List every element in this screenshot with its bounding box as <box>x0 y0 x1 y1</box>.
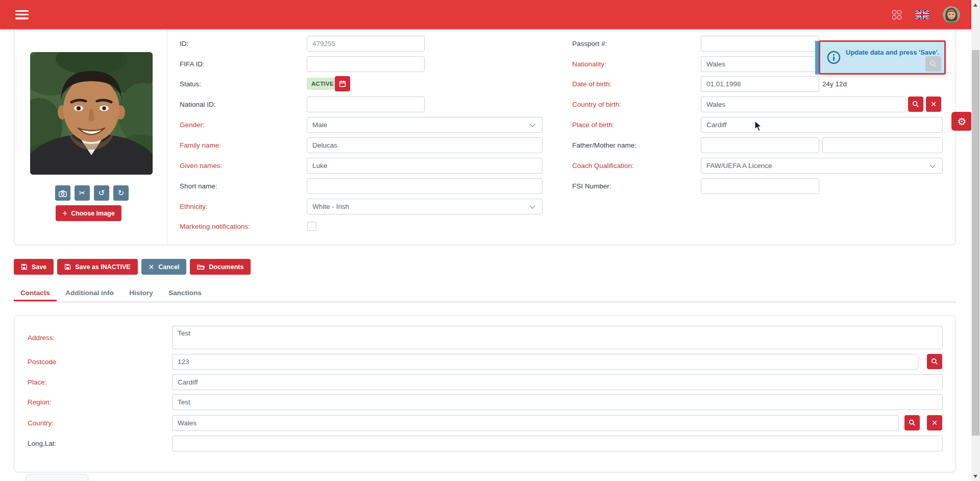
place-label: Place: <box>28 374 47 390</box>
fifa-id-field[interactable] <box>307 56 425 72</box>
national-id-field[interactable] <box>307 97 425 112</box>
date-of-birth-field[interactable] <box>701 76 819 92</box>
gender-label: Gender: <box>180 117 205 133</box>
plus-icon: + <box>62 208 67 219</box>
family-name-label: Family name: <box>180 137 221 153</box>
chevron-down-icon <box>529 203 535 208</box>
mother-name-field[interactable] <box>822 137 943 153</box>
documents-button[interactable]: Documents <box>190 259 251 275</box>
detail-tabs: Contacts Additional info History Sanctio… <box>14 286 956 303</box>
place-of-birth-label: Place of birth: <box>572 117 615 133</box>
status-badge: ACTIVE <box>307 78 338 90</box>
country-of-birth-label: Country of birth: <box>572 97 621 112</box>
chevron-down-icon <box>529 121 535 127</box>
cancel-button[interactable]: ✕ Cancel <box>141 259 187 275</box>
country-of-birth-clear-button[interactable]: ✕ <box>926 97 941 112</box>
uk-flag-icon[interactable] <box>915 10 929 19</box>
tab-history[interactable]: History <box>122 286 160 301</box>
toast-progress-stripe <box>815 41 819 75</box>
scrollbar-thumb[interactable] <box>972 50 979 436</box>
marketing-notifications-label: Marketing notifications: <box>180 219 250 234</box>
settings-gear-icon[interactable]: ⚙ <box>951 112 972 131</box>
ethnicity-label: Ethnicity: <box>180 199 208 214</box>
ethnicity-select[interactable]: White - Irish <box>307 199 543 214</box>
date-of-birth-label: Date of birth: <box>572 76 611 92</box>
given-names-label: Given names: <box>180 158 222 174</box>
country-field[interactable] <box>172 415 899 431</box>
column-divider <box>167 29 167 245</box>
national-id-label: National ID: <box>180 97 216 112</box>
camera-icon[interactable] <box>55 185 70 201</box>
save-button[interactable]: Save <box>14 259 54 275</box>
rotate-left-icon[interactable]: ↺ <box>94 185 109 201</box>
chevron-down-icon <box>929 162 935 167</box>
country-search-button[interactable] <box>904 415 920 430</box>
longlat-field[interactable] <box>172 436 943 451</box>
top-navbar <box>0 0 971 29</box>
short-name-label: Short name: <box>180 178 217 194</box>
passport-field[interactable] <box>701 36 819 52</box>
tabs-baseline <box>14 301 956 303</box>
coach-qualification-select[interactable]: FAW/UEFA A Licence <box>701 158 943 174</box>
family-name-field[interactable] <box>307 137 543 153</box>
folder-open-icon <box>197 263 205 270</box>
action-buttons: Save Save as INACTIVE ✕ Cancel Documents <box>14 259 251 275</box>
scissors-icon[interactable]: ✂ <box>75 185 90 201</box>
fifa-id-label: FIFA ID: <box>180 56 205 72</box>
country-label: Country: <box>28 415 54 431</box>
status-calendar-button[interactable] <box>335 76 350 91</box>
country-of-birth-search-button[interactable] <box>908 97 923 112</box>
place-of-birth-field[interactable] <box>701 117 943 133</box>
postcode-field[interactable] <box>172 354 918 370</box>
address-label: Address: <box>28 330 55 346</box>
nationality-label: Nationality: <box>572 56 606 72</box>
given-names-field[interactable] <box>307 158 543 174</box>
longlat-label: Long,Lat: <box>28 436 56 451</box>
id-label: ID: <box>180 36 188 52</box>
father-mother-name-label: Father/Mother name: <box>572 137 636 153</box>
gender-select[interactable]: Male <box>307 117 543 133</box>
hamburger-menu-icon[interactable] <box>15 10 29 19</box>
partial-bottom-button[interactable] <box>26 474 88 481</box>
tab-contacts[interactable]: Contacts <box>14 286 57 301</box>
fsi-number-field[interactable] <box>701 178 819 194</box>
page-scrollbar[interactable] <box>971 0 980 481</box>
toast-message: Update data and press 'Save'. <box>846 49 943 56</box>
country-clear-button[interactable]: ✕ <box>927 415 942 430</box>
contacts-card: Address: Test Postcode Place: Region: Co… <box>14 316 956 472</box>
scroll-down-arrow[interactable] <box>973 475 977 478</box>
rotate-right-icon[interactable]: ↻ <box>113 185 129 201</box>
choose-image-button[interactable]: + Choose image <box>56 205 121 221</box>
country-of-birth-field[interactable] <box>701 97 906 112</box>
info-icon <box>827 51 841 64</box>
status-label: Status: <box>180 76 201 92</box>
marketing-notifications-checkbox[interactable] <box>307 222 316 231</box>
tab-sanctions[interactable]: Sanctions <box>162 286 208 301</box>
tab-additional-info[interactable]: Additional info <box>59 286 120 301</box>
floppy-icon <box>64 263 71 270</box>
search-button-disabled[interactable] <box>925 56 941 71</box>
scroll-up-arrow[interactable] <box>973 4 977 7</box>
id-field[interactable] <box>307 36 425 52</box>
nationality-field[interactable] <box>701 56 819 72</box>
region-label: Region: <box>28 394 52 410</box>
x-icon: ✕ <box>149 263 155 271</box>
short-name-field[interactable] <box>307 178 543 194</box>
app-grid-icon[interactable] <box>892 10 901 19</box>
profile-photo <box>30 52 153 175</box>
address-field[interactable]: Test <box>172 326 943 349</box>
place-field[interactable] <box>172 374 943 390</box>
father-name-field[interactable] <box>701 137 819 153</box>
age-text: 24y 12d <box>822 76 847 92</box>
postcode-label: Postcode <box>28 354 56 370</box>
postcode-search-button[interactable] <box>927 354 942 369</box>
save-as-inactive-button[interactable]: Save as INACTIVE <box>57 259 137 275</box>
toast-notification[interactable]: Update data and press 'Save'. <box>819 40 946 75</box>
fsi-number-label: FSI Number: <box>572 178 611 194</box>
user-avatar[interactable] <box>943 6 960 23</box>
region-field[interactable] <box>172 394 943 410</box>
coach-qualification-label: Coach Qualification: <box>572 158 634 174</box>
floppy-icon <box>21 263 28 270</box>
passport-label: Passport #: <box>572 36 607 52</box>
